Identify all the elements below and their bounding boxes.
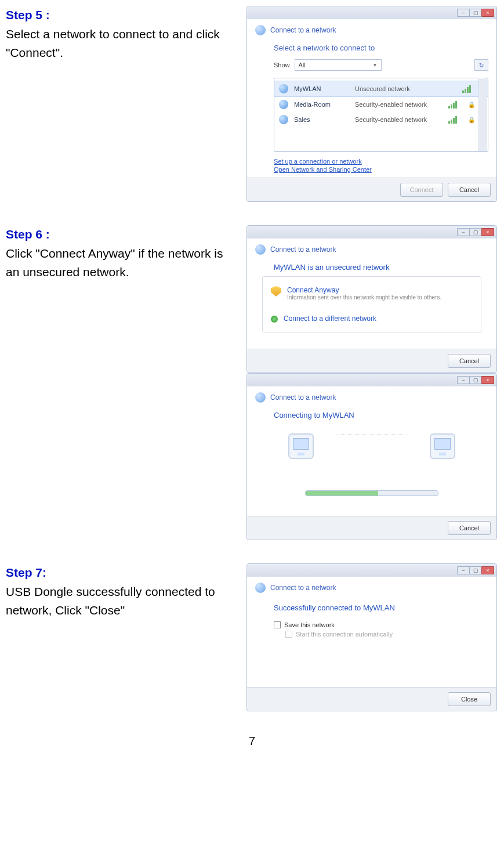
network-desc: Security-enabled network: [355, 101, 443, 108]
step5-window: − ▢ × Connect to a network Select a netw…: [246, 6, 497, 202]
arrow-icon: [271, 316, 278, 323]
connect-button[interactable]: Connect: [400, 183, 443, 197]
progress-bar: [305, 490, 438, 496]
minimize-button[interactable]: −: [457, 566, 470, 574]
window-header: Connect to a network: [270, 26, 336, 34]
option-title: Connect to a different network: [284, 314, 376, 323]
window-header: Connect to a network: [270, 584, 336, 592]
network-desc: Security-enabled network: [355, 116, 443, 123]
step7-window: − ▢ × Connect to a network Successfully …: [246, 563, 497, 711]
network-list[interactable]: MyWLAN Unsecured network Media-Room Secu…: [274, 78, 488, 152]
minimize-button[interactable]: −: [457, 9, 470, 17]
network-row[interactable]: Media-Room Security-enabled network 🔒: [274, 97, 488, 112]
titlebar: − ▢ ×: [247, 6, 496, 19]
step6-text: Click "Connect Anyway" if the network is…: [6, 244, 235, 282]
close-button[interactable]: ×: [481, 566, 494, 574]
page-number: 7: [0, 735, 504, 748]
save-label: Save this network: [284, 621, 335, 628]
close-button[interactable]: ×: [481, 376, 494, 384]
window-header: Connect to a network: [270, 393, 336, 402]
globe-icon: [430, 433, 455, 459]
close-button[interactable]: ×: [481, 9, 494, 17]
step5-text: Select a network to connect to and click…: [6, 25, 235, 63]
network-row[interactable]: MyWLAN Unsecured network: [274, 81, 488, 97]
window-header: Connect to a network: [270, 245, 336, 254]
step5-title: Step 5 :: [6, 6, 235, 25]
headline: Connecting to MyWLAN: [247, 408, 496, 422]
minimize-button[interactable]: −: [457, 228, 470, 236]
cancel-button[interactable]: Cancel: [448, 183, 491, 197]
computer-icon: [288, 433, 314, 459]
step7-text: USB Dongle successfully connected to net…: [6, 583, 235, 620]
titlebar: − ▢ ×: [247, 374, 496, 386]
signal-icon: [448, 115, 461, 124]
cancel-button[interactable]: Cancel: [448, 354, 491, 368]
lock-icon: 🔒: [468, 102, 475, 108]
refresh-button[interactable]: ↻: [474, 59, 488, 71]
show-dropdown[interactable]: All ▼: [295, 59, 382, 71]
progress-diagram: [247, 422, 496, 482]
titlebar: − ▢ ×: [247, 226, 496, 238]
step7-title: Step 7:: [6, 563, 235, 583]
shield-icon: [271, 286, 281, 296]
wifi-icon: [279, 115, 288, 124]
signal-icon: [448, 100, 461, 108]
wifi-icon: [279, 100, 288, 109]
auto-label: Start this connection automatically: [296, 631, 393, 638]
maximize-button[interactable]: ▢: [469, 228, 482, 236]
network-icon: [255, 392, 266, 403]
headline: MyWLAN is an unsecured network: [247, 261, 496, 274]
network-desc: Unsecured network: [355, 85, 456, 92]
connect-anyway[interactable]: Connect Anyway Information sent over thi…: [270, 283, 474, 304]
show-value: All: [299, 62, 306, 68]
maximize-button[interactable]: ▢: [469, 376, 482, 384]
signal-icon: [462, 85, 475, 93]
sharing-center-link[interactable]: Open Network and Sharing Center: [247, 165, 496, 173]
cancel-button[interactable]: Cancel: [448, 521, 491, 535]
network-icon: [255, 583, 266, 593]
checkbox[interactable]: [274, 621, 281, 628]
headline: Successfully connected to MyWLAN: [247, 599, 496, 618]
network-name: Media-Room: [294, 101, 349, 108]
save-network-row[interactable]: Save this network: [274, 621, 496, 628]
option-title: Connect Anyway: [287, 286, 441, 294]
network-icon: [255, 244, 266, 255]
maximize-button[interactable]: ▢: [469, 566, 482, 574]
setup-link[interactable]: Set up a connection or network: [247, 157, 496, 165]
network-icon: [255, 25, 266, 35]
network-name: Sales: [294, 116, 349, 123]
network-row[interactable]: Sales Security-enabled network 🔒: [274, 112, 488, 127]
wifi-icon: [279, 84, 288, 93]
connection-line: [337, 435, 407, 435]
window-prompt: Select a network to connect to: [247, 41, 496, 56]
option-sub: Information sent over this network might…: [287, 294, 441, 301]
close-button[interactable]: Close: [448, 692, 491, 706]
chevron-down-icon: ▼: [373, 63, 378, 68]
network-name: MyWLAN: [294, 85, 349, 92]
minimize-button[interactable]: −: [457, 376, 470, 384]
checkbox: [285, 631, 292, 638]
maximize-button[interactable]: ▢: [469, 9, 482, 17]
auto-start-row: Start this connection automatically: [285, 631, 496, 638]
option-panel: Connect Anyway Information sent over thi…: [262, 276, 481, 332]
step6-window-a: − ▢ × Connect to a network MyWLAN is an …: [246, 225, 497, 373]
step6-window-b: − ▢ × Connect to a network Connecting to…: [246, 373, 497, 540]
show-label: Show: [274, 62, 290, 68]
different-network[interactable]: Connect to a different network: [270, 311, 474, 326]
step6-title: Step 6 :: [6, 225, 235, 244]
titlebar: − ▢ ×: [247, 564, 496, 577]
close-button[interactable]: ×: [481, 228, 494, 236]
lock-icon: 🔒: [468, 117, 475, 123]
